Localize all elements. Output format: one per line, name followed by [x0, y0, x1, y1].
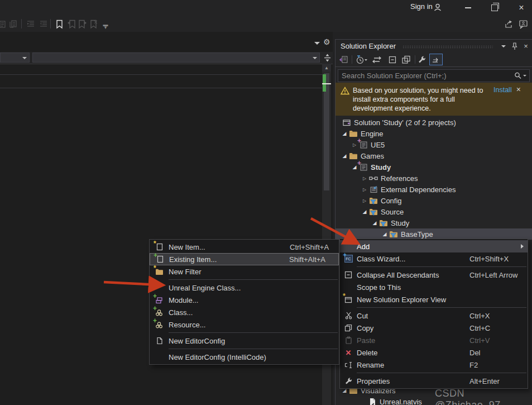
sync-with-active-document-icon[interactable]	[371, 54, 382, 65]
editor-settings-gear-icon[interactable]: ⚙	[323, 37, 330, 46]
menu-separator	[357, 307, 526, 308]
pending-changes-filter-icon[interactable]	[354, 54, 369, 65]
project-scope-dropdown[interactable]	[0, 53, 30, 63]
tree-item-solution[interactable]: Solution 'Study' (2 of 2 projects)	[336, 117, 532, 128]
menu-item-properties[interactable]: Properties Alt+Enter	[340, 375, 528, 387]
menu-item-new-filter[interactable]: * New Filter	[150, 265, 339, 278]
expander-collapsed-icon[interactable]: ▷	[360, 176, 369, 181]
caret-position-marker	[322, 83, 331, 84]
natvis-file-icon	[368, 397, 377, 405]
existing-item-icon: +	[150, 255, 169, 264]
menu-item-add[interactable]: Add	[340, 240, 528, 252]
menu-item-collapse-all-descendants[interactable]: Collapse All Descendants Ctrl+Left Arrow	[340, 269, 528, 281]
menu-item-resource[interactable]: + Resource...	[150, 318, 339, 331]
tree-item-label: UE5	[371, 141, 385, 149]
menu-item-copy[interactable]: Copy Ctrl+C	[340, 322, 528, 334]
menu-item-paste: Paste Ctrl+V	[340, 334, 528, 346]
next-bookmark-icon[interactable]	[77, 18, 88, 30]
outdent-icon[interactable]	[25, 18, 36, 30]
search-input[interactable]	[338, 72, 514, 80]
minimize-icon	[465, 7, 471, 8]
sign-in-button[interactable]: Sign in	[410, 2, 433, 11]
solution-tree: Solution 'Study' (2 of 2 projects) ◢ Eng…	[336, 117, 532, 240]
restore-button[interactable]	[483, 0, 506, 16]
expander-collapsed-icon[interactable]: ▷	[360, 198, 369, 203]
tree-item-label: External Dependencies	[381, 185, 456, 194]
menu-item-label: Delete	[357, 349, 469, 357]
clipboard-icon[interactable]	[0, 18, 7, 30]
tree-item-basetype[interactable]: ◢ BaseType	[336, 228, 532, 240]
prev-bookmark-icon[interactable]	[66, 18, 77, 30]
current-line-highlight	[0, 74, 322, 88]
expander-collapsed-icon[interactable]: ▷	[360, 187, 369, 192]
menu-item-new-item[interactable]: * New Item... Ctrl+Shift+A	[150, 241, 339, 253]
indent-icon[interactable]	[38, 18, 49, 30]
infobar-close-icon[interactable]: ×	[516, 85, 521, 116]
properties-wrench-icon[interactable]	[416, 54, 428, 65]
tree-item-external-dependencies[interactable]: ▷ External Dependencies	[336, 184, 532, 195]
menu-item-new-solution-explorer-view[interactable]: * New Solution Explorer View	[340, 293, 528, 306]
tree-item-label: Engine	[361, 130, 383, 138]
menu-item-label: New Filter	[169, 268, 290, 276]
menu-item-label: Collapse All Descendants	[357, 271, 469, 279]
close-button[interactable]: ×	[510, 0, 532, 16]
menu-item-new-editorconfig-intellicode[interactable]: New EditorConfig (IntelliCode)	[150, 351, 339, 363]
share-icon[interactable]	[504, 18, 515, 30]
tree-item-source[interactable]: ◢ Source	[336, 206, 532, 217]
drag-grip[interactable]	[402, 45, 493, 49]
expander-expanded-icon[interactable]: ◢	[360, 209, 369, 215]
feedback-icon[interactable]	[518, 18, 529, 30]
tree-item-games[interactable]: ◢ Games	[336, 150, 532, 161]
menu-item-module[interactable]: + Module...	[150, 294, 339, 306]
switch-views-icon[interactable]	[338, 54, 349, 65]
menu-item-cut[interactable]: Cut Ctrl+X	[340, 309, 528, 322]
tree-item-engine[interactable]: ◢ Engine	[336, 128, 532, 139]
expander-expanded-icon[interactable]: ◢	[340, 131, 349, 136]
expander-expanded-icon[interactable]: ◢	[340, 153, 349, 159]
member-dropdown[interactable]	[32, 53, 320, 63]
tree-item-study-project[interactable]: ◢ + Study	[336, 161, 532, 173]
search-icon[interactable]	[514, 72, 522, 80]
menu-item-delete[interactable]: ✕ Delete Del	[340, 346, 528, 359]
menu-item-class-wizard[interactable]: FC✦ Class Wizard... Ctrl+Shift+X	[340, 252, 528, 265]
chevron-down-icon	[313, 57, 317, 59]
window-position-dropdown[interactable]	[499, 41, 509, 51]
folder-icon	[349, 129, 358, 138]
references-icon	[369, 174, 378, 183]
collapse-all-icon[interactable]	[387, 54, 398, 65]
menu-item-label: Existing Item...	[169, 255, 289, 264]
install-link[interactable]: Install	[493, 86, 512, 116]
menu-item-existing-item[interactable]: + Existing Item... Shift+Alt+A	[150, 253, 339, 265]
collapse-all-icon	[340, 271, 357, 279]
search-options-dropdown-icon[interactable]	[523, 75, 526, 77]
close-panel-icon[interactable]: ×	[521, 41, 531, 51]
show-all-files-icon[interactable]	[400, 54, 411, 65]
paste-icon[interactable]	[7, 18, 18, 30]
tree-item-references[interactable]: ▷ References	[336, 173, 532, 184]
menu-item-unreal-engine-class[interactable]: Unreal Engine Class...	[150, 282, 339, 294]
menu-item-label: Class...	[169, 308, 290, 317]
expander-expanded-icon[interactable]: ◢	[370, 220, 379, 226]
toolbar-overflow-icon[interactable]: ▬▾	[100, 21, 111, 32]
tree-item-ue5[interactable]: ▷ + UE5	[336, 139, 532, 150]
preview-selected-items-button[interactable]	[429, 54, 443, 65]
toggle-bookmark-icon[interactable]	[54, 18, 65, 30]
user-add-icon[interactable]: +	[432, 2, 443, 12]
tree-item-study-folder[interactable]: ◢ Study	[336, 217, 532, 228]
split-window-button[interactable]	[322, 52, 333, 63]
pin-icon[interactable]	[510, 41, 520, 51]
clear-bookmarks-icon[interactable]	[88, 18, 99, 30]
menu-item-scope-to-this[interactable]: Scope to This	[340, 281, 528, 293]
expander-expanded-icon[interactable]: ◢	[380, 231, 389, 237]
menu-item-class[interactable]: + Class...	[150, 306, 339, 318]
minimize-button[interactable]	[457, 0, 479, 16]
menu-item-rename[interactable]: Rename F2	[340, 359, 528, 371]
search-box	[338, 69, 530, 82]
menu-item-new-editorconfig[interactable]: New EditorConfig	[150, 335, 339, 347]
tree-item-config[interactable]: ▷ Config	[336, 195, 532, 206]
scroll-up-icon[interactable]: ▲	[322, 64, 331, 72]
tree-item-label: Study	[371, 163, 391, 171]
document-dropdown-icon[interactable]	[314, 42, 320, 45]
solution-explorer-title-bar[interactable]: Solution Explorer ×	[336, 40, 532, 53]
submenu-arrow-icon	[521, 244, 524, 249]
